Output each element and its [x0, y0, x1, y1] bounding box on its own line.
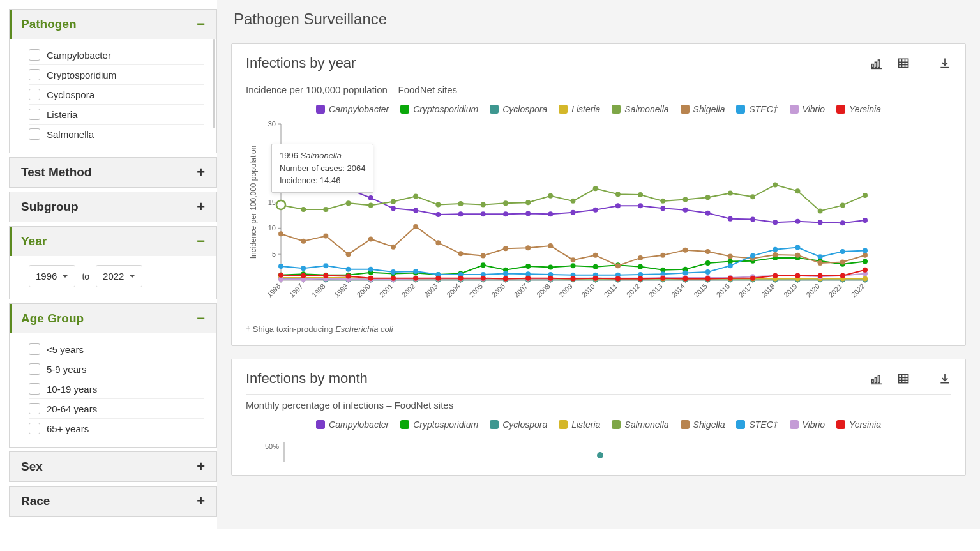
month-chart[interactable]: 50% — [246, 436, 871, 462]
svg-point-194 — [548, 193, 553, 199]
year-to-select[interactable]: 2022 — [96, 265, 142, 287]
svg-point-300 — [503, 276, 508, 282]
svg-text:2005: 2005 — [467, 282, 484, 299]
download-icon[interactable] — [939, 57, 951, 70]
svg-text:2002: 2002 — [400, 282, 417, 299]
checkbox[interactable] — [29, 69, 40, 80]
svg-point-225 — [638, 255, 643, 260]
checkbox[interactable] — [29, 403, 40, 414]
legend-item[interactable]: Cryptosporidium — [400, 104, 478, 114]
svg-point-312 — [773, 273, 778, 278]
svg-point-81 — [435, 212, 441, 217]
legend-item[interactable]: Campylobacter — [316, 104, 389, 114]
expand-icon: + — [197, 460, 205, 474]
accordion-header-subgroup[interactable]: Subgroup + — [10, 192, 216, 222]
tooltip-cases: Number of cases: 2064 — [280, 162, 365, 175]
checkbox[interactable] — [29, 109, 40, 120]
svg-point-257 — [750, 253, 755, 259]
table-icon[interactable] — [897, 372, 910, 385]
svg-text:2018: 2018 — [760, 282, 776, 299]
checkbox[interactable] — [29, 89, 40, 100]
svg-point-226 — [660, 253, 665, 258]
accordion-header-sex[interactable]: Sex + — [10, 452, 216, 481]
svg-point-206 — [818, 208, 823, 213]
legend-item[interactable]: STEC† — [736, 419, 778, 430]
accordion-header-year[interactable]: Year − — [10, 227, 216, 256]
accordion-header-race[interactable]: Race + — [10, 487, 216, 516]
legend-item[interactable]: Campylobacter — [316, 419, 389, 430]
checkbox-row: Salmonella — [29, 125, 204, 144]
checkbox[interactable] — [29, 343, 40, 355]
legend-item[interactable]: Salmonella — [612, 104, 668, 114]
svg-rect-1 — [875, 62, 877, 67]
legend-item[interactable]: Listeria — [559, 104, 600, 114]
accordion-subgroup: Subgroup + — [9, 192, 217, 222]
checkbox-label: 20-64 years — [47, 404, 97, 414]
svg-point-315 — [840, 273, 845, 278]
legend-item[interactable]: Shigella — [681, 419, 725, 430]
svg-text:2007: 2007 — [513, 282, 529, 299]
checkbox-row: 5-9 years — [29, 359, 204, 379]
download-icon[interactable] — [939, 372, 951, 385]
tooltip-series: Salmonella — [301, 151, 342, 160]
checkbox-row: Campylobacter — [29, 45, 204, 65]
legend-item[interactable]: Yersinia — [836, 104, 881, 114]
svg-point-232 — [795, 253, 800, 258]
svg-point-181 — [863, 276, 868, 282]
year-from-select[interactable]: 1996 — [29, 265, 75, 287]
svg-point-214 — [391, 245, 396, 250]
legend-label: Shigella — [693, 419, 725, 430]
chart-icon[interactable] — [870, 57, 883, 70]
legend-item[interactable]: Cyclospora — [490, 104, 547, 114]
svg-point-302 — [548, 276, 553, 281]
svg-text:2020: 2020 — [804, 282, 821, 299]
svg-point-94 — [728, 216, 733, 222]
legend-item[interactable]: Shigella — [681, 104, 725, 114]
card-infections-month: Infections by month Monthly percentage o… — [231, 359, 966, 476]
svg-point-241 — [391, 269, 396, 275]
table-icon[interactable] — [897, 57, 910, 70]
legend-label: Vibrio — [803, 104, 825, 114]
legend-item[interactable]: Vibrio — [790, 104, 825, 114]
accordion-sex: Sex + — [9, 451, 217, 482]
svg-point-99 — [840, 220, 845, 225]
chart-footnote: † Shiga toxin-producing Escherichia coli — [246, 324, 951, 334]
select-value: 2022 — [103, 271, 124, 282]
svg-point-316 — [863, 268, 868, 273]
chart-icon[interactable] — [870, 372, 883, 385]
checkbox[interactable] — [29, 423, 40, 434]
checkbox[interactable] — [29, 383, 40, 395]
svg-point-98 — [818, 220, 823, 225]
svg-point-96 — [773, 220, 778, 225]
checkbox-row: <5 years — [29, 340, 204, 359]
svg-point-82 — [458, 211, 464, 216]
accordion-header-test-method[interactable]: Test Method + — [10, 158, 216, 187]
legend-item[interactable]: Cyclospora — [490, 419, 547, 430]
svg-text:2003: 2003 — [423, 282, 439, 299]
checkbox[interactable] — [29, 49, 40, 61]
legend-label: Campylobacter — [329, 419, 389, 430]
svg-rect-4 — [899, 59, 908, 67]
checkbox-row: Cyclospora — [29, 85, 204, 105]
checkbox[interactable] — [29, 128, 40, 140]
svg-point-89 — [615, 203, 621, 208]
legend-item[interactable]: STEC† — [736, 104, 778, 114]
legend-item[interactable]: Listeria — [559, 419, 600, 430]
checkbox-row: 10-19 years — [29, 379, 204, 399]
accordion-header-pathogen[interactable]: Pathogen − — [10, 10, 216, 39]
legend-label: Cyclospora — [502, 419, 547, 430]
svg-text:2001: 2001 — [378, 282, 395, 299]
svg-point-197 — [615, 192, 621, 197]
svg-point-259 — [795, 245, 800, 250]
legend-item[interactable]: Yersinia — [836, 419, 881, 430]
svg-text:2010: 2010 — [580, 282, 596, 299]
expand-icon: + — [197, 165, 205, 179]
scrollbar-indicator[interactable] — [213, 39, 215, 128]
legend-item[interactable]: Cryptosporidium — [400, 419, 478, 430]
legend-item[interactable]: Salmonella — [612, 419, 668, 430]
svg-point-309 — [705, 276, 711, 282]
legend-item[interactable]: Vibrio — [790, 419, 825, 430]
accordion-header-age[interactable]: Age Group − — [10, 304, 216, 333]
checkbox[interactable] — [29, 363, 40, 375]
svg-point-203 — [750, 194, 755, 199]
